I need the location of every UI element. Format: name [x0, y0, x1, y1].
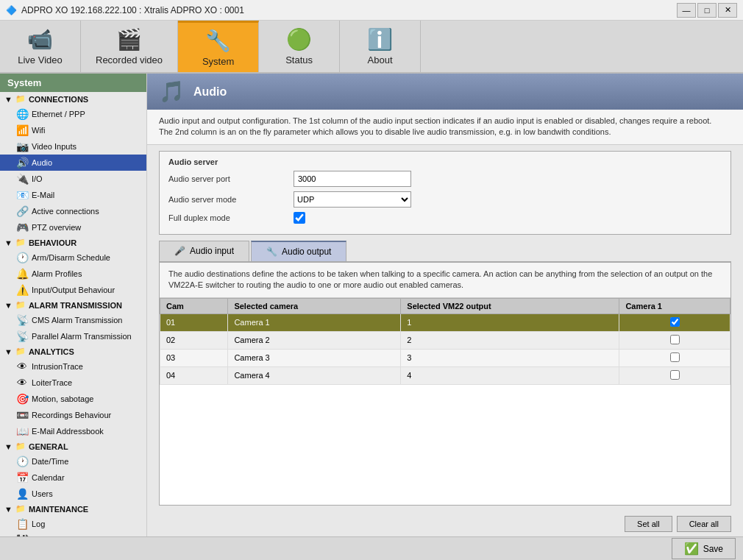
cell-vm22-output: 3 — [401, 349, 619, 366]
intrusion-trace-icon: 👁 — [16, 361, 28, 372]
folder-icon-at: 📁 — [15, 300, 26, 310]
nav-live-video[interactable]: 📹 Live Video — [0, 21, 81, 72]
sidebar-group-analytics[interactable]: ▼ 📁 ANALYTICS — [0, 344, 146, 358]
audio-server-section: Audio server Audio server port Audio ser… — [159, 151, 731, 235]
recordings-icon: 📼 — [16, 409, 28, 421]
tab-audio-output[interactable]: 🔧 Audio output — [251, 241, 346, 261]
camera1-check[interactable] — [670, 370, 680, 380]
cell-vm22-output: 1 — [401, 313, 619, 331]
table-row[interactable]: 02Camera 22 — [160, 331, 730, 349]
set-all-button[interactable]: Set all — [625, 516, 672, 532]
sidebar-item-intrusion-trace[interactable]: 👁 IntrusionTrace — [0, 358, 146, 375]
audio-table-container: The audio destinations define the action… — [159, 262, 731, 506]
nav-status[interactable]: 🟢 Status — [259, 21, 340, 72]
cell-camera-name: Camera 2 — [228, 331, 401, 349]
sidebar-item-input-output[interactable]: ⚠️ Input/Output Behaviour — [0, 282, 146, 298]
sidebar-item-alarm-profiles[interactable]: 🔔 Alarm Profiles — [0, 266, 146, 282]
sidebar-group-general[interactable]: ▼ 📁 GENERAL — [0, 439, 146, 453]
cell-camera1-checkbox[interactable] — [619, 349, 730, 366]
sidebar-item-video-inputs[interactable]: 📷 Video Inputs — [0, 138, 146, 155]
table-row[interactable]: 04Camera 44 — [160, 366, 730, 384]
audio-duplex-checkbox[interactable] — [294, 212, 305, 224]
cell-camera-name: Camera 1 — [228, 313, 401, 331]
arm-disarm-label: Arm/Disarm Schedule — [32, 253, 110, 262]
folder-icon: 📁 — [15, 94, 26, 104]
app-icon: 🔷 — [6, 5, 17, 15]
io-label: I/O — [32, 174, 43, 183]
tab-audio-input[interactable]: 🎤 Audio input — [159, 241, 249, 261]
nav-system-label: System — [202, 56, 234, 67]
loiter-trace-icon: 👁 — [16, 377, 28, 389]
save-button[interactable]: ✅ Save — [672, 538, 736, 559]
nav-about[interactable]: ℹ️ About — [340, 21, 421, 72]
expand-icon-g: ▼ — [4, 442, 13, 451]
nav-recorded-video[interactable]: 🎬 Recorded video — [81, 21, 178, 72]
input-output-icon: ⚠️ — [16, 284, 28, 296]
input-output-label: Input/Output Behaviour — [32, 286, 115, 294]
table-row[interactable]: 01Camera 11 — [160, 313, 730, 331]
audio-desc-line1: Audio input and output configuration. Th… — [159, 116, 731, 127]
bottom-bar: ✅ Save — [0, 536, 743, 560]
sidebar-item-ptz[interactable]: 🎮 PTZ overview — [0, 219, 146, 235]
title-bar: 🔷 ADPRO XO 192.168.222.100 : Xtralis ADP… — [0, 0, 743, 21]
cell-cam: 01 — [160, 313, 228, 331]
sidebar-item-parallel-alarm[interactable]: 📡 Parallel Alarm Transmission — [0, 328, 146, 344]
camera1-check[interactable] — [670, 352, 680, 362]
calendar-label: Calendar — [32, 473, 65, 482]
cell-vm22-output: 2 — [401, 331, 619, 349]
alarm-transmission-label: ALARM TRANSMISSION — [29, 301, 122, 310]
close-button[interactable]: ✕ — [718, 3, 737, 18]
maximize-button[interactable]: □ — [697, 3, 717, 18]
nav-system[interactable]: 🔧 System — [178, 21, 259, 72]
sidebar-item-calendar[interactable]: 📅 Calendar — [0, 469, 146, 486]
table-row[interactable]: 03Camera 33 — [160, 349, 730, 366]
save-label: Save — [703, 544, 723, 554]
sidebar-item-loiter-trace[interactable]: 👁 LoiterTrace — [0, 375, 146, 391]
system-label: System — [0, 74, 146, 92]
wifi-icon: 📶 — [16, 124, 28, 136]
audio-description: Audio input and output configuration. Th… — [147, 110, 743, 145]
table-buttons: Set all Clear all — [147, 511, 743, 536]
sidebar-item-wifi[interactable]: 📶 Wifi — [0, 122, 146, 138]
sidebar-group-alarm-transmission[interactable]: ▼ 📁 ALARM TRANSMISSION — [0, 298, 146, 312]
camera1-check[interactable] — [670, 317, 680, 327]
sidebar-group-behaviour[interactable]: ▼ 📁 BEHAVIOUR — [0, 235, 146, 249]
ethernet-icon: 🌐 — [16, 108, 28, 120]
minimize-button[interactable]: — — [677, 3, 696, 18]
sidebar-item-datetime[interactable]: 🕐 Date/Time — [0, 453, 146, 469]
audio-output-tab-icon: 🔧 — [266, 247, 277, 257]
sidebar-item-audio[interactable]: 🔊 Audio — [0, 155, 146, 171]
sidebar-item-email-addressbook[interactable]: 📖 E-Mail Addressbook — [0, 423, 146, 439]
sidebar-item-io[interactable]: 🔌 I/O — [0, 171, 146, 187]
audio-label: Audio — [32, 158, 52, 167]
clear-all-button[interactable]: Clear all — [677, 516, 731, 532]
audio-port-input[interactable] — [294, 171, 411, 187]
sidebar-item-email[interactable]: 📧 E-Mail — [0, 187, 146, 203]
about-icon: ℹ️ — [367, 27, 393, 52]
email-addressbook-label: E-Mail Addressbook — [32, 427, 104, 436]
camera1-check[interactable] — [670, 335, 680, 344]
cell-camera1-checkbox[interactable] — [619, 331, 730, 349]
sidebar-item-cms-alarm[interactable]: 📡 CMS Alarm Transmission — [0, 312, 146, 328]
sidebar-item-log[interactable]: 📋 Log — [0, 516, 146, 532]
sidebar-item-motion-sabotage[interactable]: 🎯 Motion, sabotage — [0, 391, 146, 407]
audio-header: 🎵 Audio — [147, 74, 743, 110]
window-controls: — □ ✕ — [677, 3, 737, 18]
sidebar-item-ethernet[interactable]: 🌐 Ethernet / PPP — [0, 106, 146, 122]
col-selected-camera: Selected camera — [228, 298, 401, 313]
sidebar-item-recordings-behaviour[interactable]: 📼 Recordings Behaviour — [0, 407, 146, 423]
ethernet-label: Ethernet / PPP — [32, 110, 85, 118]
col-vm22-output: Selected VM22 output — [401, 298, 619, 313]
sidebar-item-users[interactable]: 👤 Users — [0, 486, 146, 502]
sidebar-group-maintenance[interactable]: ▼ 📁 MAINTENANCE — [0, 502, 146, 516]
folder-icon-an: 📁 — [15, 347, 26, 356]
audio-mode-select[interactable]: UDP TCP — [294, 191, 411, 208]
cell-camera1-checkbox[interactable] — [619, 366, 730, 384]
audio-output-table: Cam Selected camera Selected VM22 output… — [160, 298, 730, 385]
audio-duplex-row: Full duplex mode — [168, 212, 722, 224]
cell-camera1-checkbox[interactable] — [619, 313, 730, 331]
sidebar-item-arm-disarm[interactable]: 🕐 Arm/Disarm Schedule — [0, 249, 146, 266]
analytics-label: ANALYTICS — [29, 347, 74, 356]
sidebar-item-active-connections[interactable]: 🔗 Active connections — [0, 203, 146, 219]
sidebar-group-connections[interactable]: ▼ 📁 CONNECTIONS — [0, 92, 146, 106]
